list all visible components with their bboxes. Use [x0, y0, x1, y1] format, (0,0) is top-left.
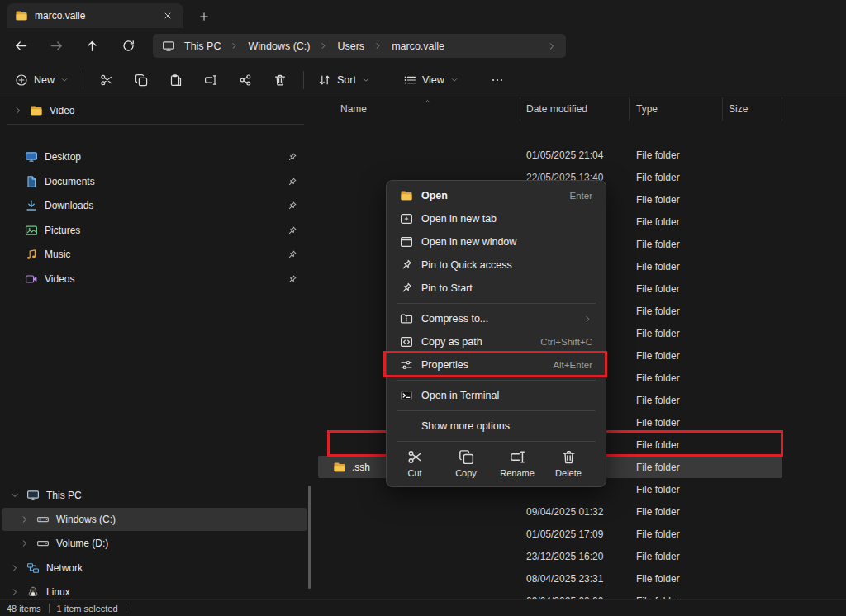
this-pc-icon [26, 489, 40, 502]
sidebar-divider [7, 124, 304, 125]
file-name: .ssh [352, 462, 370, 473]
type-cell: File folder [630, 551, 723, 562]
column-header-type[interactable]: Type [630, 97, 723, 121]
chevron-right-icon[interactable] [10, 563, 20, 573]
command-toolbar: New Sort View [0, 63, 846, 97]
context-menu-item-open-in-terminal[interactable]: Open in Terminal [390, 384, 602, 407]
column-header-size[interactable]: Size [723, 97, 782, 121]
more-options-button[interactable] [480, 67, 515, 93]
type-cell: File folder [630, 194, 723, 206]
trash-icon [273, 73, 287, 87]
file-row[interactable]: 09/04/2025 01:32File folder [318, 500, 782, 523]
forward-button[interactable] [44, 33, 69, 58]
tab-close-button[interactable] [160, 8, 175, 23]
menu-item-label: Compress to... [421, 313, 488, 325]
sidebar-item-windows-c[interactable]: Windows (C:) [2, 508, 307, 531]
menu-item-label: Open in new tab [421, 213, 497, 225]
cut-button[interactable] [89, 67, 124, 93]
context-menu-item-open-in-new-window[interactable]: Open in new window [390, 230, 602, 254]
sort-button[interactable]: Sort [310, 67, 378, 93]
breadcrumb-item-users[interactable]: Users [334, 39, 368, 54]
explorer-tab[interactable]: marco.valle [7, 3, 183, 28]
paste-button[interactable] [159, 67, 193, 93]
sidebar-item-network[interactable]: Network [2, 557, 307, 580]
sidebar-item-video[interactable]: Video [2, 99, 307, 122]
column-header-date-modified[interactable]: Date modified [520, 97, 630, 121]
navigation-bar: This PCWindows (C:)Usersmarco.valle [0, 28, 846, 63]
sidebar-item-linux[interactable]: Linux [2, 580, 307, 599]
sidebar-item-pictures[interactable]: Pictures [2, 219, 307, 242]
sidebar-scrollbar[interactable] [308, 486, 311, 589]
rename-action-button[interactable]: Rename [496, 449, 539, 478]
chevron-right-icon[interactable] [10, 587, 20, 597]
copy-action-button[interactable]: Copy [444, 449, 487, 478]
sidebar-item-downloads[interactable]: Downloads [2, 194, 307, 217]
ellipsis-icon [491, 73, 504, 87]
sidebar-item-documents[interactable]: Documents [2, 170, 307, 193]
file-row[interactable]: 23/12/2025 16:20File folder [318, 545, 782, 567]
chevron-down-icon[interactable] [10, 490, 20, 500]
context-menu-item-pin-to-quick-access[interactable]: Pin to Quick access [390, 254, 602, 277]
sidebar-item-label: Documents [45, 176, 95, 187]
sidebar-item-volume-d[interactable]: Volume (D:) [2, 532, 307, 555]
sidebar-item-label: Volume (D:) [56, 538, 108, 549]
zip-icon [400, 312, 413, 325]
sidebar-item-music[interactable]: Music [2, 243, 307, 266]
chevron-right-icon[interactable] [20, 538, 30, 548]
menu-divider [397, 410, 596, 411]
breadcrumb-item-marco-valle[interactable]: marco.valle [388, 39, 448, 54]
rename-icon [204, 73, 217, 87]
folder-icon [30, 104, 43, 117]
copy-icon [135, 73, 148, 87]
type-cell: File folder [630, 149, 723, 161]
pictures-icon [25, 224, 38, 237]
sidebar-item-videos[interactable]: Videos [2, 268, 307, 291]
up-button[interactable] [79, 33, 104, 58]
chevron-right-icon[interactable] [230, 41, 239, 50]
new-tab-button[interactable] [195, 7, 213, 26]
action-label: Rename [500, 468, 535, 478]
delete-action-button[interactable]: Delete [547, 449, 590, 478]
sidebar-item-this-pc[interactable]: This PC [2, 484, 307, 507]
rename-button[interactable] [193, 67, 228, 93]
toolbar-divider [83, 71, 83, 89]
context-menu-item-copy-as-path[interactable]: Copy as pathCtrl+Shift+C [390, 330, 602, 353]
chevron-right-icon[interactable] [373, 41, 383, 50]
delete-button[interactable] [263, 67, 297, 93]
column-label: Type [636, 103, 658, 115]
chevron-right-icon[interactable] [13, 106, 23, 116]
plus-circle-icon [15, 73, 28, 87]
refresh-button[interactable] [116, 33, 140, 58]
tab-title: marco.valle [35, 10, 85, 21]
chevron-right-icon[interactable] [20, 514, 30, 524]
column-label: Date modified [526, 103, 587, 115]
copy-button[interactable] [124, 67, 159, 93]
date-modified-cell: 08/04/2025 23:31 [520, 573, 630, 585]
breadcrumb-item-windows-c[interactable]: Windows (C:) [245, 39, 313, 54]
file-explorer-window: marco.valle This PCWindows (C:)Usersmarc… [0, 0, 846, 616]
view-button[interactable]: View [395, 67, 467, 93]
column-header-name[interactable]: Name [318, 97, 520, 121]
sidebar-item-desktop[interactable]: Desktop [2, 145, 307, 168]
share-button[interactable] [228, 67, 263, 93]
menu-item-label: Show more options [421, 420, 510, 432]
file-row[interactable]: 01/05/2025 17:09File folder [318, 523, 782, 545]
context-menu-item-show-more-options[interactable]: Show more options [390, 415, 602, 438]
chevron-down-icon [450, 76, 459, 84]
new-button[interactable]: New [7, 67, 77, 93]
menu-item-shortcut: Enter [570, 191, 593, 201]
file-row[interactable]: 08/04/2025 23:31File folder [318, 567, 782, 590]
view-icon [403, 73, 416, 87]
address-bar[interactable]: This PCWindows (C:)Usersmarco.valle [153, 34, 566, 58]
file-row[interactable]: 01/05/2025 21:04File folder [318, 144, 782, 166]
breadcrumb-item-this-pc[interactable]: This PC [181, 39, 224, 54]
cut-action-button[interactable]: Cut [393, 449, 436, 478]
context-menu-item-open[interactable]: OpenEnter [390, 184, 602, 207]
menu-item-label: Open [421, 190, 448, 201]
context-menu-item-open-in-new-tab[interactable]: Open in new tab [390, 207, 602, 230]
chevron-right-icon[interactable] [547, 41, 557, 51]
context-menu-item-compress-to[interactable]: Compress to... [390, 307, 602, 330]
back-button[interactable] [8, 33, 33, 58]
chevron-right-icon[interactable] [319, 41, 328, 50]
context-menu-item-pin-to-start[interactable]: Pin to Start [390, 277, 602, 300]
